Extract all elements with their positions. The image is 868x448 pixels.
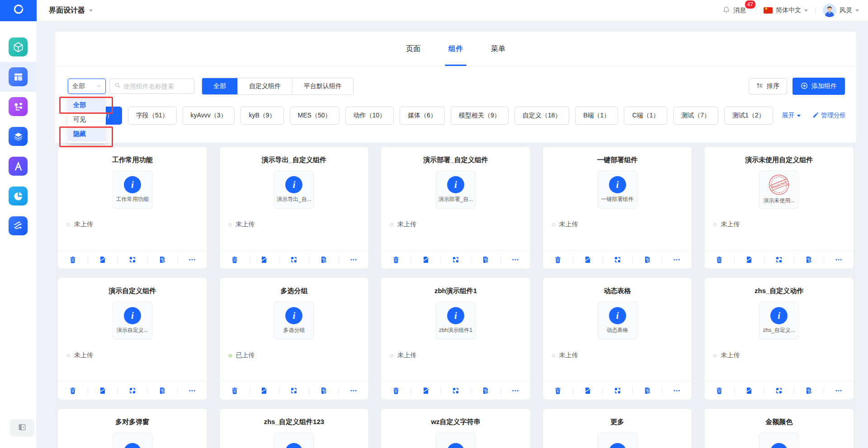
sidebar-item-integrations[interactable] (0, 211, 36, 241)
sidebar-item-interface-designer[interactable] (0, 62, 36, 92)
more-button[interactable] (662, 250, 692, 269)
swap-button[interactable] (441, 250, 471, 269)
more-button[interactable] (824, 381, 854, 400)
configure-button[interactable] (147, 381, 177, 400)
unpublish-button[interactable] (573, 250, 603, 269)
delete-icon (716, 387, 723, 394)
group-chip[interactable]: 媒体（6） (400, 107, 445, 125)
configure-button[interactable] (309, 250, 339, 269)
swap-button[interactable] (764, 250, 794, 269)
swap-button[interactable] (603, 250, 632, 269)
language-selector[interactable]: 简体中文 (764, 6, 808, 14)
segment-all[interactable]: 全部 (202, 78, 237, 94)
sidebar-item-model-designer[interactable] (0, 32, 36, 62)
delete-button[interactable] (381, 250, 411, 269)
swap-button[interactable] (118, 381, 147, 400)
more-button[interactable] (339, 381, 368, 400)
delete-button[interactable] (58, 381, 88, 400)
delete-button[interactable] (543, 381, 573, 400)
manage-groups-link[interactable]: 管理分组 (812, 112, 845, 120)
group-chip[interactable]: kyAvvv（3） (183, 107, 235, 125)
delete-button[interactable] (381, 381, 411, 400)
delete-button[interactable] (220, 381, 250, 400)
status-label: 未上传 (721, 351, 740, 359)
more-button[interactable] (177, 250, 207, 269)
unpublish-button[interactable] (250, 381, 279, 400)
group-chip[interactable]: 自定义（18） (514, 107, 570, 125)
swap-button[interactable] (279, 250, 309, 269)
collapse-sidebar-button[interactable] (10, 419, 34, 437)
delete-button[interactable] (704, 381, 734, 400)
sidebar-item-analytics[interactable] (0, 181, 36, 211)
group-chip[interactable]: 字段（51） (128, 107, 177, 125)
configure-button[interactable] (147, 250, 177, 269)
group-chip[interactable]: C端（1） (624, 107, 667, 125)
component-card: wz自定义字符串i (381, 408, 531, 448)
unpublish-button[interactable] (411, 250, 441, 269)
configure-button[interactable] (794, 381, 824, 400)
configure-button[interactable] (471, 250, 500, 269)
group-chip[interactable]: 测试（7） (673, 107, 718, 125)
tab-pages[interactable]: 页面 (406, 32, 420, 66)
upload-status: 未上传 (229, 220, 369, 229)
more-button[interactable] (177, 381, 207, 400)
unpublish-button[interactable] (88, 250, 118, 269)
configure-button[interactable] (632, 250, 662, 269)
unpublish-button[interactable] (573, 381, 603, 400)
swap-button[interactable] (279, 381, 309, 400)
swap-button[interactable] (441, 381, 471, 400)
unpublish-button[interactable] (88, 381, 118, 400)
tab-menus[interactable]: 菜单 (491, 32, 505, 66)
component-search-input[interactable] (123, 83, 189, 90)
swap-button[interactable] (764, 381, 794, 400)
component-icon-tile: i (436, 433, 476, 448)
more-button[interactable] (500, 381, 530, 400)
delete-button[interactable] (543, 250, 573, 269)
sidebar-item-ai-assistant[interactable] (0, 151, 36, 181)
status-dot (713, 354, 717, 357)
delete-button[interactable] (704, 250, 734, 269)
more-button[interactable] (500, 250, 530, 269)
unpublish-button[interactable] (411, 381, 441, 400)
sidebar-item-data-layers[interactable] (0, 121, 36, 151)
group-chip[interactable]: 动作（10） (345, 107, 394, 125)
unpublish-icon (99, 387, 106, 394)
more-button[interactable] (824, 250, 854, 269)
tab-bar: 页面组件菜单 (55, 32, 856, 66)
tab-components[interactable]: 组件 (448, 32, 463, 66)
more-button[interactable] (339, 250, 368, 269)
segment-platform[interactable]: 平台默认组件 (292, 78, 353, 94)
app-logo[interactable] (0, 0, 37, 21)
card-actions (220, 381, 369, 400)
group-chip[interactable]: 模型相关（9） (451, 107, 509, 125)
more-button[interactable] (662, 381, 692, 400)
visibility-option[interactable]: 全部 (68, 98, 106, 112)
message-count-badge: 47 (745, 0, 756, 9)
segment-custom[interactable]: 自定义组件 (237, 78, 292, 94)
configure-button[interactable] (471, 381, 500, 400)
swap-button[interactable] (603, 381, 632, 400)
configure-button[interactable] (309, 381, 339, 400)
delete-button[interactable] (58, 250, 88, 269)
user-menu[interactable]: 风灵 (823, 4, 859, 17)
group-chip[interactable]: kyB（9） (241, 107, 283, 125)
unpublish-button[interactable] (734, 381, 764, 400)
swap-button[interactable] (118, 250, 147, 269)
messages-button[interactable]: 消息 47 (722, 6, 749, 15)
sidebar-item-process-designer[interactable] (0, 92, 36, 121)
unpublish-button[interactable] (250, 250, 279, 269)
expand-groups-link[interactable]: 展开 (782, 112, 801, 120)
visibility-option[interactable]: 可见 (68, 112, 106, 127)
configure-button[interactable] (632, 381, 662, 400)
delete-button[interactable] (220, 250, 250, 269)
group-chip[interactable]: B端（1） (575, 107, 618, 125)
app-title[interactable]: 界面设计器 (49, 6, 93, 15)
visibility-select[interactable]: 全部 (68, 79, 106, 94)
visibility-option[interactable]: 隐藏 (68, 127, 106, 141)
configure-button[interactable] (794, 250, 824, 269)
group-chip[interactable]: MES（50） (290, 107, 340, 125)
unpublish-button[interactable] (734, 250, 764, 269)
group-chip[interactable]: 测试1（2） (724, 107, 773, 125)
sort-button[interactable]: 排序 (749, 78, 787, 94)
add-component-button[interactable]: 添加组件 (793, 78, 845, 95)
